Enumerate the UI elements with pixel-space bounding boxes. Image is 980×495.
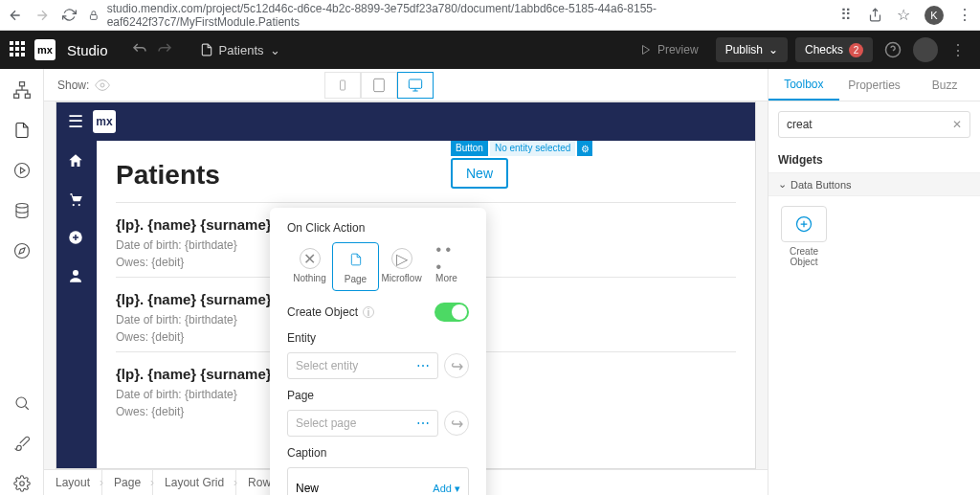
- apps-icon[interactable]: [10, 41, 27, 58]
- tab-buzz[interactable]: Buzz: [909, 69, 980, 101]
- left-rail: [0, 69, 44, 495]
- svg-point-20: [73, 270, 78, 276]
- ellipsis-icon[interactable]: ⋯: [416, 358, 430, 373]
- mendix-logo[interactable]: mx: [34, 39, 56, 60]
- create-object-toggle[interactable]: [434, 303, 469, 322]
- selection-gear-icon[interactable]: ⚙: [577, 141, 592, 156]
- svg-point-18: [78, 204, 80, 206]
- url-bar[interactable]: studio.mendix.com/project/5c12d46c-d6ce-…: [88, 2, 827, 29]
- translate-icon[interactable]: ⠿: [838, 8, 854, 23]
- rail-sitemap-icon[interactable]: [11, 79, 33, 101]
- svg-point-17: [73, 204, 75, 206]
- redo-icon[interactable]: [156, 41, 173, 58]
- checks-button[interactable]: Checks 2: [795, 37, 873, 62]
- user-avatar[interactable]: [913, 37, 938, 62]
- svg-point-6: [14, 164, 29, 178]
- rail-page-icon[interactable]: [11, 119, 33, 142]
- help-icon[interactable]: [880, 37, 905, 62]
- eye-icon[interactable]: [95, 78, 110, 93]
- entity-input[interactable]: Select entity⋯: [287, 352, 438, 379]
- rail-play-icon[interactable]: [11, 159, 33, 182]
- star-icon[interactable]: ☆: [896, 8, 911, 23]
- preview-button[interactable]: Preview: [631, 37, 708, 62]
- chevron-down-icon: ⌄: [270, 43, 280, 57]
- reload-icon[interactable]: [61, 8, 77, 23]
- action-microflow[interactable]: ▷Microflow: [379, 242, 424, 291]
- chevron-down-icon: ⌄: [778, 178, 787, 191]
- widget-create-object[interactable]: Create Object: [768, 196, 839, 277]
- lock-icon: [88, 10, 100, 21]
- preview-header: ☰ mx: [56, 102, 755, 141]
- page-title: Patients: [116, 160, 736, 191]
- checks-badge: 2: [849, 43, 863, 57]
- caption-input[interactable]: New Add ▾: [287, 467, 469, 495]
- forward-icon[interactable]: [34, 8, 50, 23]
- rail-brush-icon[interactable]: [11, 432, 33, 455]
- page-icon: [200, 43, 213, 56]
- rail-search-icon[interactable]: [11, 392, 33, 415]
- tab-properties[interactable]: Properties: [839, 69, 910, 101]
- action-nothing[interactable]: ✕Nothing: [287, 242, 332, 291]
- document-name: Patients: [219, 43, 264, 57]
- toolbox-search-input[interactable]: creat ✕: [778, 111, 970, 138]
- page-goto-icon[interactable]: ↪: [444, 411, 469, 436]
- hamburger-icon[interactable]: ☰: [68, 111, 83, 132]
- ps-user-icon[interactable]: [67, 267, 86, 286]
- svg-rect-3: [19, 82, 24, 86]
- properties-popover: On Click Action ✕Nothing Page ▷Microflow…: [270, 208, 486, 495]
- entity-goto-icon[interactable]: ↪: [444, 353, 469, 378]
- rail-database-icon[interactable]: [11, 199, 33, 222]
- ps-home-icon[interactable]: [67, 152, 86, 171]
- back-icon[interactable]: [8, 8, 23, 23]
- browser-avatar[interactable]: K: [924, 6, 944, 25]
- data-buttons-header[interactable]: ⌄Data Buttons: [768, 173, 980, 196]
- action-page[interactable]: Page: [332, 242, 379, 291]
- svg-marker-1: [642, 46, 649, 55]
- info-icon[interactable]: i: [363, 306, 374, 318]
- kebab-icon[interactable]: ⋮: [957, 8, 972, 23]
- document-chip[interactable]: Patients ⌄: [200, 43, 280, 57]
- publish-button[interactable]: Publish ⌄: [716, 37, 788, 62]
- chevron-down-icon: ⌄: [768, 43, 778, 56]
- device-phone-icon[interactable]: [324, 72, 361, 99]
- device-tablet-icon[interactable]: [361, 72, 397, 99]
- canvas-column: Show: ☰ mx Patients: [44, 69, 768, 495]
- share-icon[interactable]: [867, 8, 882, 23]
- ps-cart-icon[interactable]: [67, 191, 86, 210]
- new-button[interactable]: New: [451, 158, 508, 189]
- page-input[interactable]: Select page⋯: [287, 410, 438, 437]
- ps-add-icon[interactable]: [67, 229, 86, 248]
- browser-bar: studio.mendix.com/project/5c12d46c-d6ce-…: [0, 0, 980, 31]
- url-text: studio.mendix.com/project/5c12d46c-d6ce-…: [107, 2, 827, 29]
- svg-point-9: [14, 244, 29, 259]
- device-desktop-icon[interactable]: [397, 72, 434, 99]
- svg-rect-5: [25, 94, 30, 98]
- entity-label: Entity: [287, 331, 469, 345]
- plus-circle-icon: [781, 206, 827, 242]
- tab-toolbox[interactable]: Toolbox: [768, 69, 839, 101]
- selected-button-overlay: Button No entity selected ⚙ New: [451, 141, 592, 189]
- action-more[interactable]: • • •More: [424, 242, 469, 291]
- page-label: Page: [287, 389, 469, 402]
- svg-rect-14: [341, 80, 345, 90]
- breadcrumb-item[interactable]: Layout: [44, 470, 102, 495]
- undo-icon[interactable]: [131, 41, 148, 58]
- breadcrumb-item[interactable]: Page: [102, 470, 153, 495]
- svg-rect-0: [90, 14, 97, 19]
- preview-sidebar: [56, 141, 97, 469]
- selection-tag-button[interactable]: Button: [451, 141, 488, 156]
- breadcrumb-item[interactable]: Layout Grid: [153, 470, 236, 495]
- more-icon[interactable]: ⋮: [946, 37, 970, 62]
- clear-icon[interactable]: ✕: [952, 118, 962, 131]
- caption-add-button[interactable]: Add ▾: [433, 483, 460, 495]
- ellipsis-icon[interactable]: ⋯: [416, 416, 430, 431]
- rail-settings-icon[interactable]: [11, 472, 33, 495]
- rail-compass-icon[interactable]: [11, 239, 33, 262]
- show-bar: Show:: [44, 69, 768, 101]
- svg-point-13: [100, 83, 104, 87]
- svg-marker-7: [20, 168, 25, 173]
- studio-topbar: mx Studio Patients ⌄ Preview Publish ⌄ C…: [0, 31, 980, 69]
- play-icon: [640, 44, 652, 56]
- svg-rect-16: [409, 79, 421, 88]
- selection-tag-entity[interactable]: No entity selected: [490, 141, 576, 156]
